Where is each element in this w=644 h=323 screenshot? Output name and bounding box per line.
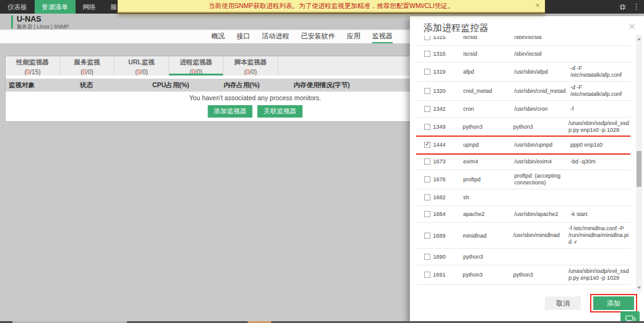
empty-state: You haven't associated any process monit… [189, 94, 321, 118]
subtab-count: (0/0) [135, 69, 148, 75]
process-checkbox[interactable] [424, 254, 430, 260]
process-checkbox[interactable] [424, 158, 430, 165]
dialog-scrollbar[interactable] [636, 35, 642, 292]
tab-active-processes[interactable]: 活动进程 [262, 30, 289, 43]
process-path: /sbin/iscsid [515, 51, 570, 58]
process-checkbox[interactable] [424, 106, 430, 112]
process-checkbox[interactable] [424, 211, 430, 217]
process-args: /unas/sbin/ssdp/evil_ssdp.py enp1s0 -p 1… [568, 120, 630, 134]
process-row[interactable]: 1349 python3 python3 /unas/sbin/ssdp/evi… [416, 118, 630, 137]
menu-item-inventory[interactable]: 资源清单 [35, 0, 76, 14]
snmp-warning-text: 当前使用SNMP获取进程列表。为了使进程监视更加精准，推荐您配置WMI/CLI凭… [209, 2, 455, 11]
process-args: -k start [570, 290, 630, 290]
subtab-label: 进程监视器 [169, 58, 223, 66]
process-path: /sbin/iscsid [515, 36, 570, 41]
process-name: exim4 [463, 158, 514, 165]
process-checkbox[interactable] [424, 36, 430, 40]
process-row[interactable]: 1691 python3 python3 /unas/sbin/ssdp/evi… [416, 265, 630, 285]
process-name: iscsid [463, 36, 514, 40]
process-pid: 1691 [433, 272, 463, 278]
column-monitor-object: 监视对象 [9, 81, 80, 90]
process-name: afpd [463, 69, 514, 75]
dialog-close-icon[interactable]: × [629, 20, 635, 33]
process-pid: 1682 [433, 194, 464, 200]
process-checkbox[interactable] [424, 194, 430, 200]
checkbox-cell [416, 192, 433, 203]
add-monitor-button[interactable]: 添加监视器 [207, 105, 253, 118]
menu-item-dashboard[interactable]: 仪表板 [0, 0, 35, 14]
alert-close-icon[interactable]: × [535, 1, 540, 10]
subtab-process-monitors[interactable]: 进程监视器 (0/0) [169, 56, 224, 75]
process-row[interactable]: 1694 apache2 /usr/sbin/apache2 -k start [416, 285, 630, 290]
process-name: cron [463, 106, 514, 112]
checkbox-cell [416, 230, 433, 241]
checkbox-cell [416, 269, 433, 280]
process-pid: 1684 [433, 211, 464, 217]
subtab-label: 性能监视器 [6, 58, 59, 66]
process-checkbox[interactable] [424, 233, 430, 239]
process-args: -bd -q30m [570, 158, 630, 165]
process-args: ppp0 enp1s0 [570, 142, 630, 149]
tab-interfaces[interactable]: 接口 [237, 30, 250, 43]
subtab-script-monitors[interactable]: 脚本监视器 (0/0) [224, 56, 278, 75]
process-checkbox[interactable] [424, 69, 430, 75]
process-name: python3 [463, 254, 514, 260]
subtab-count: (0/15) [24, 69, 40, 75]
process-row[interactable]: 1684 apache2 /usr/sbin/apache2 -k start [416, 206, 630, 223]
collapse-icon[interactable] [619, 4, 626, 11]
process-rows: 1315 iscsid /sbin/iscsid 1316 iscsid /sb… [416, 36, 630, 290]
process-pid: 1676 [433, 176, 464, 183]
process-args: -f [570, 106, 630, 113]
checkbox-cell [416, 287, 433, 290]
menu-item-network[interactable]: 网络 [76, 0, 103, 14]
process-row[interactable]: 1676 proftpd proftpd: (accepting connect… [416, 170, 630, 189]
process-row[interactable]: 1319 afpd /usr/sbin/afpd -d -F /etc/neta… [416, 62, 630, 82]
tab-overview[interactable]: 概况 [211, 30, 225, 43]
scroll-up-icon[interactable] [637, 38, 641, 40]
process-path: /usr/sbin/cnid_metad [515, 88, 570, 95]
process-path: /usr/sbin/apache2 [515, 290, 570, 290]
process-row[interactable]: 1690 python3 [416, 249, 630, 265]
checkbox-cell [416, 251, 433, 262]
subtab-performance-monitors[interactable]: 性能监视器 (0/15) [6, 56, 60, 75]
process-checkbox[interactable] [424, 272, 430, 278]
process-name: python3 [463, 272, 513, 278]
scroll-down-icon[interactable] [637, 286, 641, 289]
checkbox-cell [416, 103, 433, 114]
process-checkbox[interactable] [424, 88, 430, 94]
subtab-service-monitors[interactable]: 服务监视 (0/0) [60, 56, 115, 75]
tab-applications[interactable]: 应用 [347, 30, 360, 43]
process-checkbox[interactable] [424, 124, 430, 130]
process-checkbox[interactable] [424, 51, 430, 57]
tab-monitors[interactable]: 监视器 [372, 30, 393, 43]
checkbox-cell [416, 36, 433, 43]
cancel-button[interactable]: 取消 [545, 296, 581, 310]
process-args: -d -F /etc/netatalk/afp.conf [570, 65, 630, 79]
process-row[interactable]: 1444 upnpd /usr/sbin/upnpd ppp0 enp1s0 [416, 137, 630, 153]
process-row[interactable]: 1682 sh [416, 189, 630, 206]
process-row[interactable]: 1315 iscsid /sbin/iscsid [416, 36, 630, 46]
empty-state-text: You haven't associated any process monit… [189, 94, 321, 101]
process-row[interactable]: 1689 minidlnad /usr/sbin/minidlnad -f /e… [416, 223, 630, 249]
process-row[interactable]: 1673 exim4 /usr/sbin/exim4 -bd -q30m [416, 153, 630, 170]
subtab-label: 脚本监视器 [224, 58, 277, 66]
checkbox-cell [416, 85, 433, 97]
subtab-url-monitors[interactable]: URL监视 (0/0) [115, 56, 169, 75]
process-row[interactable]: 1342 cron /usr/sbin/cron -f [416, 101, 630, 118]
process-name: cnid_metad [463, 88, 514, 94]
add-button[interactable]: 添加 [593, 296, 634, 310]
process-checkbox[interactable] [424, 176, 430, 183]
scrollbar-thumb[interactable] [637, 151, 642, 187]
process-pid: 1316 [433, 51, 464, 57]
checkbox-cell [416, 156, 433, 167]
tab-installed-software[interactable]: 已安装软件 [301, 30, 335, 43]
associate-monitor-button[interactable]: 关联监视器 [258, 105, 303, 118]
device-tabbar: 概况 接口 活动进程 已安装软件 应用 监视器 [0, 30, 410, 43]
host-accent-bar [11, 15, 13, 28]
process-checkbox[interactable] [424, 142, 430, 148]
kebab-menu-icon[interactable]: ⋮ [632, 0, 640, 14]
process-row[interactable]: 1320 cnid_metad /usr/sbin/cnid_metad -d … [416, 82, 630, 101]
process-name: minidlnad [463, 233, 513, 239]
process-args: -k start [570, 211, 630, 218]
process-row[interactable]: 1316 iscsid /sbin/iscsid [416, 46, 630, 62]
